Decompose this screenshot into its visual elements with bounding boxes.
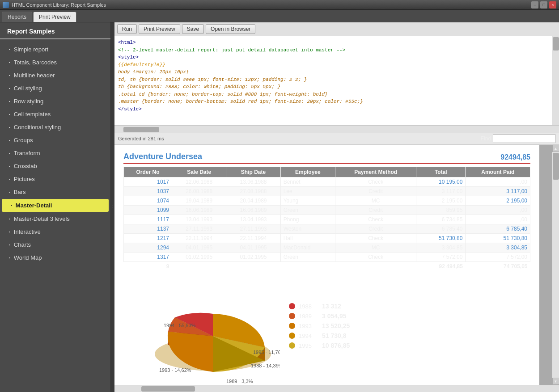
code-hscroll-thumb[interactable] xyxy=(123,127,159,132)
preview-scroll[interactable]: Adventure Undersea 92494,85 Order No Sal… xyxy=(114,145,552,385)
cell-sale-date: 27.11.1993 xyxy=(172,224,226,234)
scroll-down-arrow[interactable]: ▼ xyxy=(552,378,559,385)
sidebar-item-cell-templates[interactable]: • Cell templates xyxy=(0,108,110,121)
sidebar-item-label: Crosstab xyxy=(14,163,37,169)
preview-vertical-scrollbar[interactable]: ▲ ▼ xyxy=(552,145,559,385)
bullet-icon: • xyxy=(9,99,10,103)
cell-total: 3 304,85 xyxy=(416,243,466,253)
sidebar-item-label: Multiline header xyxy=(14,72,55,79)
scroll-up-arrow[interactable]: ▲ xyxy=(552,145,559,152)
titlebar: HTML Component Library: Report Samples –… xyxy=(0,0,559,10)
sidebar-item-cell-styling[interactable]: • Cell styling xyxy=(0,82,110,95)
pie-label-1993: 1993 - 14,62% xyxy=(159,367,191,373)
sidebar-item-label: Pictures xyxy=(14,176,35,182)
titlebar-controls[interactable]: – □ × xyxy=(531,1,556,8)
legend-item-1993: 1993 13 520,25 xyxy=(289,322,530,329)
save-button[interactable]: Save xyxy=(182,24,204,34)
bullet-icon: • xyxy=(9,256,10,260)
sidebar-item-label: Master-Detail xyxy=(16,202,52,209)
cell-employee: Weston xyxy=(280,224,335,234)
table-row: 107419.04.198920.04.1989YoungMC2 195,002… xyxy=(124,196,530,206)
bottom-horizontal-scrollbar[interactable] xyxy=(114,385,559,392)
bullet-icon: • xyxy=(11,203,12,207)
sidebar-item-master-detail-3[interactable]: • Master-Detail 3 levels xyxy=(0,212,110,225)
sidebar-item-interactive[interactable]: • Interactive xyxy=(0,225,110,238)
app-icon xyxy=(3,2,9,8)
cell-ship-date: 22.11.1994 xyxy=(226,234,280,243)
legend-value-1994: 51 730,8 xyxy=(322,332,347,339)
cell-total: 859,95 xyxy=(416,206,466,215)
sidebar-item-totals-barcodes[interactable]: • Totals, Barcodes xyxy=(0,56,110,69)
cell-sale-date: 16.06.1989 xyxy=(172,206,226,215)
code-content[interactable]: <html> <!-- 2-level master-detail report… xyxy=(114,36,552,125)
totals-empty2 xyxy=(226,262,280,271)
open-browser-button[interactable]: Open in Browser xyxy=(206,24,255,34)
run-button[interactable]: Run xyxy=(117,24,137,34)
cell-payment: MC xyxy=(335,196,416,206)
sidebar-item-groups[interactable]: • Groups xyxy=(0,134,110,147)
sidebar-item-simple-report[interactable]: • Simple report xyxy=(0,43,110,56)
bullet-icon: • xyxy=(9,190,10,194)
cell-amount-paid: 51 730,80 xyxy=(466,234,530,243)
cell-order: 1137 xyxy=(124,224,172,234)
col-header-total: Total xyxy=(416,167,466,177)
cell-employee: Young xyxy=(280,196,335,206)
bullet-icon: • xyxy=(9,112,10,116)
pie-label-1995: 1995 - 11,76% xyxy=(253,350,280,355)
cell-payment: Check xyxy=(335,215,416,224)
cell-amount-paid: 3 117,00 xyxy=(466,187,530,196)
cell-order: 1217 xyxy=(124,234,172,243)
bottom-scroll-thumb[interactable] xyxy=(141,386,195,392)
cell-amount-paid: 3 304,85 xyxy=(466,243,530,253)
cell-order: 1099 xyxy=(124,206,172,215)
cell-employee: Hall xyxy=(280,234,335,243)
sidebar-item-bars[interactable]: • Bars xyxy=(0,185,110,198)
cell-ship-date: 13.04.1993 xyxy=(226,215,280,224)
pie-chart-container: 1994 - 55,93% 1995 - 11,76% 1988 - 14,39… xyxy=(123,278,280,376)
sidebar-item-world-map[interactable]: • World Map xyxy=(0,251,110,264)
resize-handle[interactable]: ⋮ xyxy=(111,22,114,392)
legend-dot-1989 xyxy=(289,313,295,319)
code-editor[interactable]: <html> <!-- 2-level master-detail report… xyxy=(114,36,559,126)
totals-empty4 xyxy=(335,262,416,271)
sidebar-item-transform[interactable]: • Transform xyxy=(0,147,110,160)
code-style-open: <style> xyxy=(118,55,139,60)
sidebar-item-crosstab[interactable]: • Crosstab xyxy=(0,160,110,173)
minimize-button[interactable]: – xyxy=(531,1,538,8)
close-button[interactable]: × xyxy=(549,1,556,8)
cell-sale-date: 13.04.1993 xyxy=(172,215,226,224)
cell-sale-date: 26.08.1988 xyxy=(172,187,226,196)
table-row: 111713.04.199313.04.1993PhongCheck6 734,… xyxy=(124,215,530,224)
cell-ship-date: 13.06.1988 xyxy=(226,177,280,187)
bullet-icon: • xyxy=(9,177,10,181)
code-vertical-scrollbar[interactable] xyxy=(552,36,559,125)
cell-amount-paid: 2 195,00 xyxy=(466,196,530,206)
code-defaultstyle: {{defaultstyle}} xyxy=(118,62,165,67)
maximize-button[interactable]: □ xyxy=(540,1,547,8)
bullet-icon: • xyxy=(9,230,10,234)
sidebar-item-master-detail[interactable]: • Master-Detail xyxy=(2,199,109,212)
bullet-icon: • xyxy=(9,60,10,64)
sidebar-item-conditional-styling[interactable]: • Conditional styling xyxy=(0,121,110,134)
pie-chart-svg: 1994 - 55,93% 1995 - 11,76% 1988 - 14,39… xyxy=(123,278,280,385)
find-input[interactable] xyxy=(493,134,555,143)
legend-item-1995: 1995 10 876,85 xyxy=(289,342,530,349)
preview-scroll-thumb[interactable] xyxy=(553,153,559,180)
sidebar-item-row-styling[interactable]: • Row styling xyxy=(0,95,110,108)
code-scroll-thumb[interactable] xyxy=(553,37,559,51)
totals-count: 9 xyxy=(124,262,172,271)
cell-order: 1117 xyxy=(124,215,172,224)
print-preview-button[interactable]: Print Preview xyxy=(139,24,180,34)
cell-amount-paid: 6 785,40 xyxy=(466,224,530,234)
sidebar-item-pictures[interactable]: • Pictures xyxy=(0,173,110,185)
tab-reports[interactable]: Reports xyxy=(2,12,32,22)
tab-print-preview[interactable]: Print Preview xyxy=(33,12,76,22)
sidebar-item-charts[interactable]: • Charts xyxy=(0,238,110,251)
cell-payment: Credit xyxy=(335,224,416,234)
cell-amount-paid: ,00 xyxy=(466,206,530,215)
preview-content: Adventure Undersea 92494,85 Order No Sal… xyxy=(114,145,539,385)
code-horizontal-scrollbar[interactable] xyxy=(114,126,559,133)
company-name: Adventure Undersea xyxy=(123,152,202,161)
sidebar-item-multiline-header[interactable]: • Multiline header xyxy=(0,69,110,82)
preview-scroll-container: Adventure Undersea 92494,85 Order No Sal… xyxy=(114,145,559,385)
